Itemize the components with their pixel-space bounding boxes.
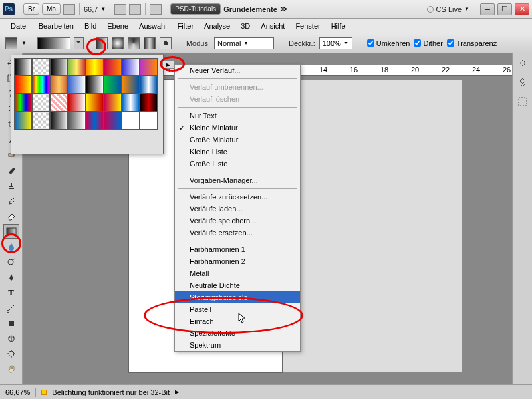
gradient-swatch[interactable] xyxy=(104,112,122,130)
menu-item[interactable]: Kleine Liste xyxy=(175,146,300,158)
gradient-swatch[interactable] xyxy=(68,94,86,112)
menu-item[interactable]: Verläufe speichern... xyxy=(175,215,300,227)
menu-item[interactable]: Neutrale Dichte xyxy=(175,279,300,291)
radial-gradient-button[interactable] xyxy=(112,37,124,49)
linear-gradient-button[interactable] xyxy=(96,37,108,49)
gradient-swatch[interactable] xyxy=(50,94,68,112)
menu-item[interactable]: Kleine Miniatur xyxy=(175,122,300,134)
gradient-flyout-button[interactable] xyxy=(162,60,174,69)
panel-icon[interactable] xyxy=(517,77,529,89)
menu-bearbeiten[interactable]: Bearbeiten xyxy=(33,21,79,31)
menu-fenster[interactable]: Fenster xyxy=(290,21,325,31)
tool-preset-icon[interactable] xyxy=(5,37,17,49)
gradient-swatch[interactable] xyxy=(32,94,50,112)
gradient-swatch[interactable] xyxy=(140,112,158,130)
gradient-swatch[interactable] xyxy=(140,58,158,76)
modus-dropdown[interactable]: Normal xyxy=(214,37,274,49)
gradient-tool[interactable] xyxy=(3,224,19,239)
screen-button[interactable] xyxy=(129,4,141,15)
path-tool[interactable] xyxy=(3,301,19,315)
gradient-swatch[interactable] xyxy=(86,76,104,94)
gradient-swatch[interactable] xyxy=(86,58,104,76)
gradient-swatch[interactable] xyxy=(14,76,32,94)
gradient-swatch[interactable] xyxy=(50,76,68,94)
menu-item[interactable]: Einfach xyxy=(175,315,300,327)
panel-icon[interactable] xyxy=(517,59,529,70)
reflected-gradient-button[interactable] xyxy=(144,37,156,49)
zoom-value[interactable]: 66,7 xyxy=(84,5,98,13)
menu-item[interactable]: Spezialeffekte xyxy=(175,327,300,339)
menu-ebene[interactable]: Ebene xyxy=(102,21,134,31)
gradient-swatch[interactable] xyxy=(50,112,68,130)
3d-tool[interactable] xyxy=(3,331,19,346)
menu-analyse[interactable]: Analyse xyxy=(199,21,235,31)
status-zoom[interactable]: 66,67% xyxy=(5,388,30,396)
shape-tool[interactable] xyxy=(3,316,19,331)
gradient-preview[interactable] xyxy=(37,37,70,49)
top-icon[interactable] xyxy=(63,4,75,15)
menu-3d[interactable]: 3D xyxy=(235,21,255,31)
menu-item[interactable]: Farbharmonien 2 xyxy=(175,255,300,267)
panel-icon[interactable] xyxy=(517,96,529,108)
minibridge-button[interactable]: Mb xyxy=(42,3,61,15)
opacity-dropdown[interactable]: 100% xyxy=(319,37,352,49)
gradient-swatch[interactable] xyxy=(104,94,122,112)
diamond-gradient-button[interactable] xyxy=(160,37,172,49)
maximize-button[interactable]: ☐ xyxy=(497,3,512,15)
workspace-button[interactable]: PSD-Tutorials xyxy=(170,3,221,15)
view-button[interactable] xyxy=(114,4,126,15)
menu-item[interactable]: Verläufe laden... xyxy=(175,203,300,215)
gradient-swatch[interactable] xyxy=(122,58,140,76)
menu-hilfe[interactable]: Hilfe xyxy=(326,21,351,31)
gradient-swatch[interactable] xyxy=(104,58,122,76)
gradient-swatch[interactable] xyxy=(14,58,32,76)
menu-item[interactable]: Metall xyxy=(175,267,300,279)
menu-item[interactable]: Farbharmonien 1 xyxy=(175,243,300,255)
menu-item[interactable]: Große Liste xyxy=(175,158,300,170)
dodge-tool[interactable] xyxy=(3,255,19,269)
bridge-button[interactable]: Br xyxy=(23,3,39,15)
gradient-swatch[interactable] xyxy=(32,76,50,94)
gradient-swatch[interactable] xyxy=(122,94,140,112)
hand-tool[interactable] xyxy=(3,362,19,376)
menu-item[interactable]: Nur Text xyxy=(175,110,300,122)
type-tool[interactable]: T xyxy=(3,285,19,300)
menu-bild[interactable]: Bild xyxy=(79,21,102,31)
eraser-tool[interactable] xyxy=(3,209,19,223)
gradient-swatch[interactable] xyxy=(140,94,158,112)
cslive-label[interactable]: CS Live xyxy=(436,5,462,13)
menu-auswahl[interactable]: Auswahl xyxy=(134,21,172,31)
gradient-swatch[interactable] xyxy=(122,112,140,130)
arrange-button[interactable] xyxy=(150,4,162,15)
chevron-right-icon[interactable]: ≫ xyxy=(280,5,288,13)
umkehren-checkbox[interactable]: Umkehren xyxy=(367,39,410,47)
menu-item[interactable]: Spektrum xyxy=(175,339,300,351)
gradient-swatch[interactable] xyxy=(32,112,50,130)
doc-label[interactable]: Grundelemente xyxy=(223,5,277,13)
stamp-tool[interactable] xyxy=(3,178,19,193)
menu-ansicht[interactable]: Ansicht xyxy=(255,21,290,31)
gradient-swatch[interactable] xyxy=(68,76,86,94)
menu-item[interactable]: Vorgaben-Manager... xyxy=(175,174,300,186)
gradient-swatch[interactable] xyxy=(140,76,158,94)
brush-tool[interactable] xyxy=(3,163,19,178)
menu-item[interactable]: Große Miniatur xyxy=(175,134,300,146)
menu-filter[interactable]: Filter xyxy=(172,21,199,31)
pen-tool[interactable] xyxy=(3,270,19,285)
menu-item[interactable]: Pastell xyxy=(175,303,300,315)
3d-camera-tool[interactable] xyxy=(3,346,19,361)
gradient-swatch[interactable] xyxy=(86,112,104,130)
menu-item[interactable]: Verläufe ersetzen... xyxy=(175,227,300,239)
menu-item[interactable]: Verläufe zurücksetzen... xyxy=(175,191,300,203)
dither-checkbox[interactable]: Dither xyxy=(414,39,442,47)
gradient-swatch[interactable] xyxy=(68,58,86,76)
blur-tool[interactable] xyxy=(3,239,19,254)
gradient-swatch[interactable] xyxy=(14,94,32,112)
gradient-swatch[interactable] xyxy=(14,112,32,130)
history-brush-tool[interactable] xyxy=(3,194,19,208)
angle-gradient-button[interactable] xyxy=(128,37,140,49)
gradient-swatch[interactable] xyxy=(50,58,68,76)
menu-item[interactable]: Neuer Verlauf... xyxy=(175,65,300,76)
gradient-dropdown-button[interactable] xyxy=(74,37,84,49)
gradient-swatch[interactable] xyxy=(86,94,104,112)
